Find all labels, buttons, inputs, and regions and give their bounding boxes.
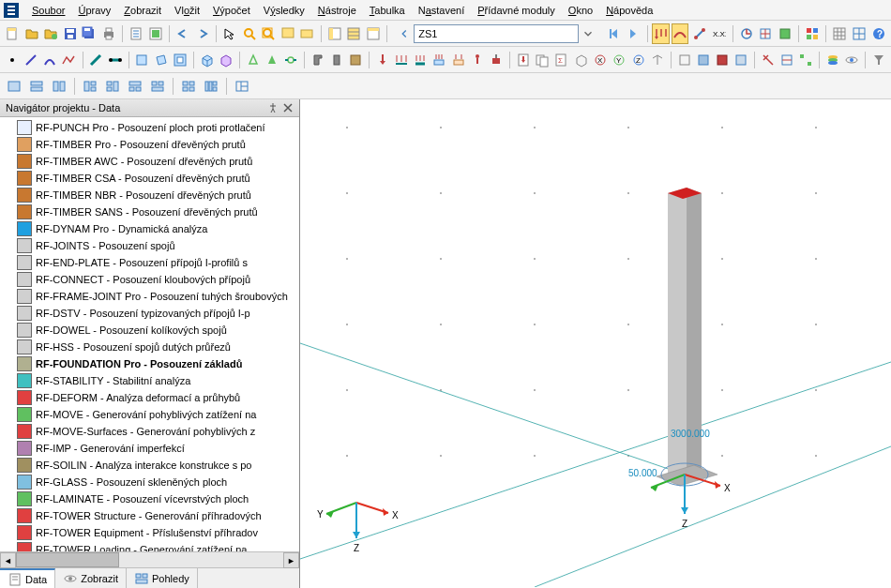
menu-soubor[interactable]: Soubor: [26, 3, 70, 18]
view-x-button[interactable]: X: [592, 50, 609, 70]
scroll-left-button[interactable]: ◄: [0, 552, 16, 568]
clip2-button[interactable]: [778, 50, 795, 70]
module-item[interactable]: RF-TOWER Equipment - Příslušenství příhr…: [0, 524, 299, 541]
module-item[interactable]: RF-FRAME-JOINT Pro - Posouzení tuhých šr…: [0, 288, 299, 305]
view-tile-2v-button[interactable]: [49, 76, 69, 97]
material-button[interactable]: [347, 50, 364, 70]
surface-button[interactable]: [133, 50, 150, 70]
menu-tabulka[interactable]: Tabulka: [364, 3, 411, 18]
vis-button[interactable]: [843, 50, 860, 70]
scroll-right-button[interactable]: ►: [283, 552, 299, 568]
grid-button[interactable]: [831, 23, 849, 44]
tab-zobrazit[interactable]: Zobrazit: [55, 568, 127, 588]
module-item[interactable]: RF-HSS - Posouzení spojů dutých průřezů: [0, 339, 299, 355]
scroll-thumb[interactable]: [16, 552, 119, 567]
menu-vlozit[interactable]: Vložit: [169, 3, 205, 18]
grips-button[interactable]: [797, 50, 814, 70]
select-button[interactable]: [221, 23, 239, 44]
module-item[interactable]: RF-PUNCH Pro - Posouzení ploch proti pro…: [0, 119, 299, 136]
module-item[interactable]: RF-TIMBER NBR - Posouzení dřevěných prut…: [0, 187, 299, 204]
hinge-button[interactable]: [282, 50, 299, 70]
print-button[interactable]: [100, 23, 118, 44]
menu-nastaveni[interactable]: Nastavení: [413, 3, 471, 18]
layers-button[interactable]: [824, 50, 841, 70]
module-item[interactable]: RF-IMP - Generování imperfekcí: [0, 440, 299, 457]
pan-button[interactable]: [298, 23, 316, 44]
node-button[interactable]: [4, 50, 21, 70]
loadcase-first-button[interactable]: [605, 23, 623, 44]
load-surface-button[interactable]: [430, 50, 447, 70]
solid2-button[interactable]: [218, 50, 234, 70]
loadcase-next-button[interactable]: [625, 23, 642, 44]
graphic-print-button[interactable]: [147, 23, 165, 44]
zoom-previous-button[interactable]: [279, 23, 297, 44]
menu-napoveda[interactable]: Nápověda: [600, 3, 658, 18]
view-tile-3d-button[interactable]: [147, 76, 168, 97]
undo-button[interactable]: [174, 23, 192, 44]
module-item[interactable]: RF-TIMBER Pro - Posouzení dřevěných prut…: [0, 136, 299, 153]
tab-data[interactable]: Data: [0, 568, 55, 588]
module-item[interactable]: RF-DEFORM - Analýza deformací a průhybů: [0, 389, 299, 406]
xxx-button[interactable]: X.XX: [710, 23, 728, 44]
menu-okno[interactable]: Okno: [563, 3, 598, 18]
member2-button[interactable]: [106, 50, 123, 70]
panel-button[interactable]: [365, 23, 383, 44]
module-item[interactable]: RF-DYNAM Pro - Dynamická analýza: [0, 220, 299, 237]
show-results-button[interactable]: [672, 23, 689, 44]
polyline-button[interactable]: [60, 50, 77, 70]
view-tile-3a-button[interactable]: [80, 76, 100, 97]
view-tile-cust-button[interactable]: [232, 76, 252, 97]
loadcase-button[interactable]: [515, 50, 532, 70]
open-folder-button[interactable]: [42, 23, 60, 44]
module-item[interactable]: RF-SOILIN - Analýza interakce konstrukce…: [0, 457, 299, 474]
view-tile-1-button[interactable]: [4, 76, 24, 97]
loadcase-dropdown-button[interactable]: [581, 23, 596, 44]
view-tile-4b-button[interactable]: [201, 76, 221, 97]
loadcase-prev-button[interactable]: [397, 23, 412, 44]
pin-icon[interactable]: [267, 102, 279, 113]
view-tile-4-button[interactable]: [178, 76, 199, 97]
redo-button[interactable]: [194, 23, 212, 44]
surface2-button[interactable]: [153, 50, 170, 70]
grid2-button[interactable]: [851, 23, 868, 44]
menu-zobrazit[interactable]: Zobrazit: [118, 3, 167, 18]
calc-button[interactable]: [737, 23, 755, 44]
support-button[interactable]: [245, 50, 262, 70]
fem-button[interactable]: [757, 23, 775, 44]
new-file-button[interactable]: [4, 23, 22, 44]
view-z-button[interactable]: Z: [629, 50, 646, 70]
render-tex-button[interactable]: [714, 50, 731, 70]
view-iso-button[interactable]: [573, 50, 590, 70]
section2-button[interactable]: [328, 50, 345, 70]
load-imposed-button[interactable]: [469, 50, 486, 70]
navigator-toggle-button[interactable]: [326, 23, 344, 44]
support2-button[interactable]: [264, 50, 280, 70]
module-item[interactable]: RF-TIMBER AWC - Posouzení dřevěných prut…: [0, 153, 299, 170]
load-free-button[interactable]: [450, 50, 467, 70]
module-item[interactable]: RF-DOWEL - Posouzení kolíkových spojů: [0, 322, 299, 339]
menu-upravy[interactable]: Úpravy: [72, 3, 116, 18]
zoom-all-button[interactable]: [260, 23, 278, 44]
load-line-button[interactable]: [393, 50, 410, 70]
module-item[interactable]: RF-FOUNDATION Pro - Posouzení základů: [0, 355, 299, 372]
tab-pohledy[interactable]: Pohledy: [127, 568, 198, 588]
show-loads-button[interactable]: [652, 23, 670, 44]
module-item[interactable]: RF-MOVE - Generování pohyblivých zatížen…: [0, 406, 299, 423]
results-toggle-button[interactable]: [690, 23, 708, 44]
section-button[interactable]: [310, 50, 326, 70]
load-nodal-button[interactable]: [374, 50, 391, 70]
curve-button[interactable]: [41, 50, 58, 70]
module-item[interactable]: RF-TOWER Structure - Generování příhrado…: [0, 507, 299, 524]
3d-viewport[interactable]: X Z 3000.000 50.000 X Y Z: [300, 99, 891, 588]
module-item[interactable]: RF-CONNECT - Posouzení kloubových přípoj…: [0, 271, 299, 288]
horizontal-scrollbar[interactable]: ◄ ►: [0, 551, 299, 567]
module-item[interactable]: RF-MOVE-Surfaces - Generování pohyblivýc…: [0, 423, 299, 440]
zoom-window-button[interactable]: [241, 23, 259, 44]
menu-vypocet[interactable]: Výpočet: [207, 3, 256, 18]
render-solid-button[interactable]: [695, 50, 712, 70]
view-tile-3b-button[interactable]: [102, 76, 123, 97]
resultcombo-button[interactable]: Σ: [552, 50, 569, 70]
module-item[interactable]: RF-DSTV - Posouzení typizovaných přípojů…: [0, 305, 299, 322]
member-button[interactable]: [87, 50, 104, 70]
close-icon[interactable]: [282, 102, 294, 113]
